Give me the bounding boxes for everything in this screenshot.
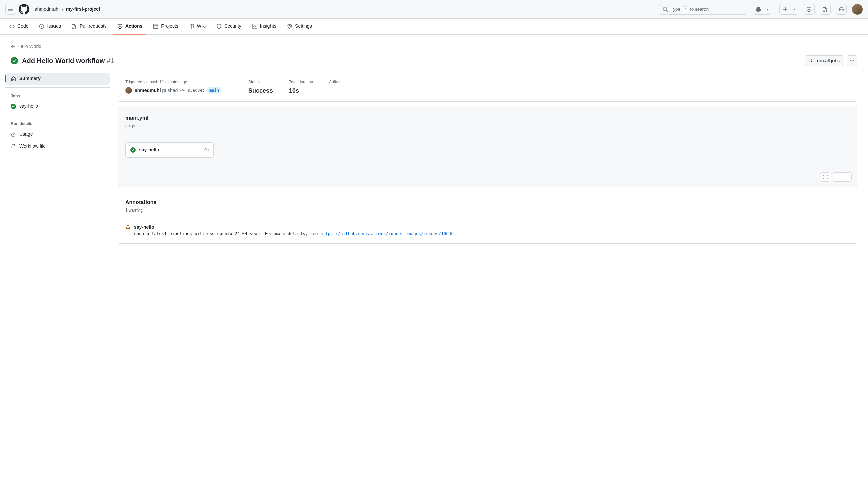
workflow-card: main.yml on: push say-hello 0s <box>118 107 857 188</box>
tab-code[interactable]: Code <box>6 19 32 35</box>
success-check-icon <box>131 147 136 153</box>
tab-pr-label: Pull requests <box>80 23 107 30</box>
duration-value: 10s <box>289 86 313 96</box>
copilot-dropdown[interactable] <box>764 4 771 15</box>
search-prefix: Type <box>671 7 680 12</box>
annotation-text: ubuntu-latest pipelines will use ubuntu-… <box>134 231 320 236</box>
shield-icon <box>216 24 222 29</box>
pull-request-icon <box>823 7 828 12</box>
sidebar-summary[interactable]: Summary <box>6 73 110 85</box>
trigger-line: Triggered via push 11 minutes ago <box>125 79 232 85</box>
trigger-user-avatar[interactable] <box>125 87 132 94</box>
sidebar-jobs-header: Jobs <box>6 90 110 100</box>
tab-security-label: Security <box>224 23 241 30</box>
chevron-down-icon <box>766 8 769 11</box>
svg-point-7 <box>850 60 851 61</box>
code-icon <box>9 24 15 29</box>
tab-actions[interactable]: Actions <box>113 19 146 35</box>
trigger-user-text: ahmedmuhi pushed <box>135 87 177 94</box>
breadcrumb-owner[interactable]: ahmedmuhi <box>35 6 59 13</box>
tab-wiki-label: Wiki <box>197 23 206 30</box>
repo-nav: Code Issues Pull requests Actions Projec… <box>0 19 868 35</box>
stopwatch-icon <box>11 131 16 137</box>
tab-security[interactable]: Security <box>212 19 246 35</box>
svg-point-9 <box>853 60 854 61</box>
tab-pull-requests[interactable]: Pull requests <box>68 19 111 35</box>
warning-icon <box>125 224 131 229</box>
issue-icon <box>39 24 44 29</box>
sidebar-workflow-file[interactable]: Workflow file <box>6 140 110 152</box>
artifacts-value: – <box>329 86 343 96</box>
notifications-button[interactable] <box>836 4 847 15</box>
github-logo[interactable] <box>19 4 29 15</box>
breadcrumb-sep: / <box>62 6 63 13</box>
success-check-icon <box>11 57 18 64</box>
breadcrumb-repo[interactable]: my-first-project <box>66 6 100 13</box>
play-circle-icon <box>117 24 123 29</box>
artifacts-label: Artifacts <box>329 79 343 85</box>
sidebar-usage[interactable]: Usage <box>6 128 110 140</box>
create-button-group <box>779 4 798 15</box>
annotations-count: 1 warning <box>125 207 850 213</box>
github-mark-icon <box>19 4 29 15</box>
annotation-message: ubuntu-latest pipelines will use ubuntu-… <box>134 231 454 237</box>
user-avatar[interactable] <box>852 4 862 15</box>
svg-rect-5 <box>154 24 158 29</box>
commit-sha[interactable]: 95ed8eb <box>188 87 205 93</box>
annotations-card: Annotations 1 warning say-hello ubuntu-l… <box>118 193 857 244</box>
success-check-icon <box>11 104 16 109</box>
sidebar-usage-label: Usage <box>19 131 33 138</box>
annotation-job: say-hello <box>134 223 454 231</box>
svg-point-6 <box>289 26 291 27</box>
inbox-icon <box>839 7 844 12</box>
annotation-link[interactable]: https://github.com/actions/runner-images… <box>320 231 454 236</box>
job-node-say-hello[interactable]: say-hello 0s <box>125 142 214 158</box>
tab-issues[interactable]: Issues <box>35 19 64 35</box>
tab-projects[interactable]: Projects <box>149 19 182 35</box>
tab-wiki[interactable]: Wiki <box>185 19 210 35</box>
more-actions-button[interactable] <box>847 55 857 66</box>
trigger-user[interactable]: ahmedmuhi <box>135 88 161 93</box>
plus-icon <box>845 175 849 179</box>
issues-button[interactable] <box>804 4 815 15</box>
copilot-button-group <box>753 4 771 15</box>
project-icon <box>153 24 158 29</box>
kebab-icon <box>849 58 855 63</box>
pull-request-icon <box>72 24 77 29</box>
tab-settings[interactable]: Settings <box>283 19 316 35</box>
search-input[interactable]: Type / to search <box>659 4 747 15</box>
book-icon <box>189 24 194 29</box>
fullscreen-icon <box>823 175 828 179</box>
fullscreen-button[interactable] <box>821 172 830 182</box>
tab-actions-label: Actions <box>125 23 143 30</box>
job-node-duration: 0s <box>204 147 209 153</box>
sidebar-job-label: say-hello <box>19 103 38 110</box>
plus-icon <box>783 7 788 12</box>
run-title: Add Hello World workflow #1 <box>11 56 114 66</box>
summary-card: Triggered via push 11 minutes ago ahmedm… <box>118 73 857 102</box>
sidebar-summary-label: Summary <box>19 75 41 82</box>
search-kbd: / <box>683 6 688 12</box>
chevron-down-icon <box>794 8 796 11</box>
hamburger-button[interactable] <box>6 4 16 15</box>
pull-requests-button[interactable] <box>820 4 830 15</box>
workflow-file-name: main.yml <box>125 114 850 122</box>
svg-point-11 <box>182 90 184 91</box>
sidebar-workflow-file-label: Workflow file <box>19 143 46 150</box>
copilot-icon <box>756 7 761 12</box>
home-icon <box>11 76 16 81</box>
tab-insights[interactable]: Insights <box>248 19 280 35</box>
create-new-button[interactable] <box>779 4 792 15</box>
create-dropdown[interactable] <box>792 4 798 15</box>
tab-issues-label: Issues <box>47 23 61 30</box>
zoom-in-button[interactable] <box>842 172 851 182</box>
arrow-left-icon <box>11 44 16 49</box>
branch-badge[interactable]: main <box>207 87 221 94</box>
copilot-button[interactable] <box>753 4 764 15</box>
back-link[interactable]: Hello World <box>11 43 41 50</box>
commit-icon <box>180 88 185 93</box>
zoom-out-button[interactable] <box>833 172 842 182</box>
rerun-button[interactable]: Re-run all jobs <box>805 55 844 66</box>
sidebar-job-say-hello[interactable]: say-hello <box>6 100 110 112</box>
issue-dot-icon <box>806 7 812 12</box>
